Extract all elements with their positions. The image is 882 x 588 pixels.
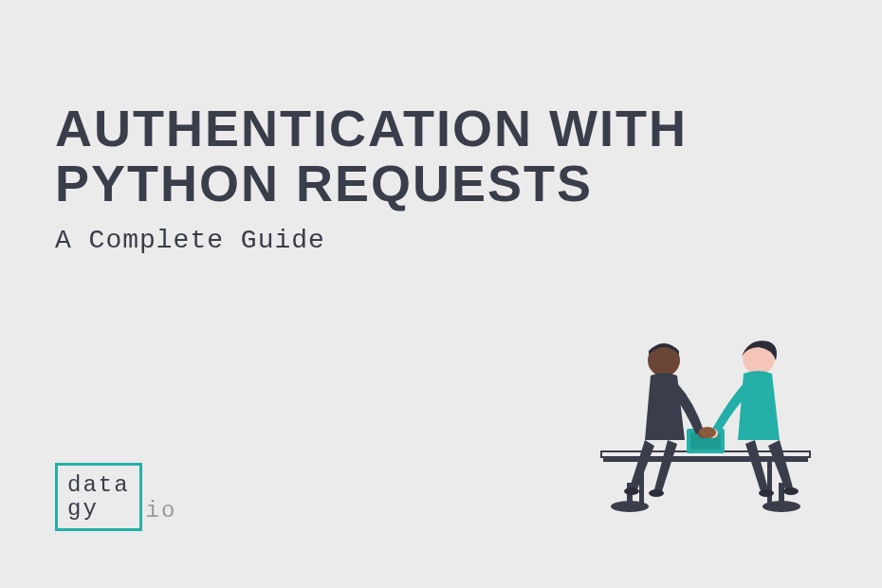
- logo-line-2: gy: [67, 497, 130, 521]
- svg-point-18: [699, 427, 716, 438]
- svg-point-16: [783, 487, 799, 495]
- svg-point-17: [759, 489, 774, 497]
- svg-rect-3: [767, 462, 772, 507]
- logo-box: data gy: [55, 463, 142, 531]
- svg-point-12: [624, 487, 639, 495]
- title-line-1: AUTHENTICATION WITH: [55, 100, 688, 156]
- page-title: AUTHENTICATION WITH PYTHON REQUESTS: [55, 101, 688, 211]
- page-subtitle: A Complete Guide: [55, 226, 325, 255]
- logo-suffix: io: [146, 498, 177, 531]
- title-line-2: PYTHON REQUESTS: [55, 155, 593, 211]
- svg-rect-7: [779, 483, 784, 506]
- handshake-illustration: [582, 317, 829, 535]
- svg-point-13: [649, 489, 664, 497]
- logo-line-1: data: [67, 473, 130, 497]
- brand-logo: data gy io: [55, 463, 176, 531]
